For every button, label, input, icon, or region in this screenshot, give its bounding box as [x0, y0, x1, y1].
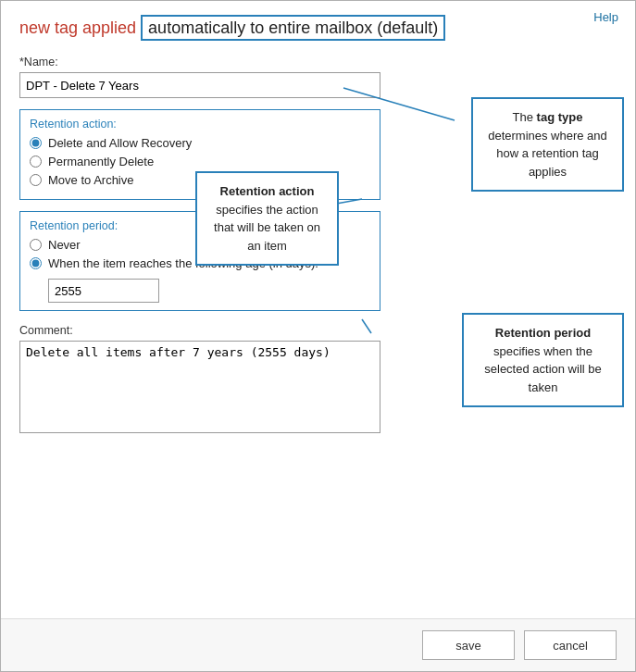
dialog-header: new tag applied automatically to entire …: [1, 1, 635, 46]
retention-action-tooltip-text: Retention action specifies the action th…: [214, 184, 320, 253]
dialog-footer: save cancel: [1, 618, 635, 671]
retention-action-option-0: Delete and Allow Recovery: [30, 136, 370, 150]
retention-action-radio-0[interactable]: [30, 137, 42, 149]
name-input[interactable]: [19, 72, 380, 98]
save-button[interactable]: save: [422, 630, 515, 660]
name-label: *Name:: [19, 56, 617, 68]
retention-period-radio-age[interactable]: [30, 257, 42, 269]
retention-action-label-1: Permanently Delete: [48, 155, 154, 168]
retention-period-tooltip-text: Retention period specifies when the sele…: [484, 326, 601, 394]
help-link[interactable]: Help: [593, 10, 618, 24]
dialog: Help new tag applied automatically to en…: [0, 0, 636, 672]
retention-period-radio-never[interactable]: [30, 239, 42, 251]
retention-action-option-1: Permanently Delete: [30, 155, 370, 168]
retention-period-tooltip: Retention period specifies when the sele…: [462, 313, 624, 407]
tag-type-tooltip: The tag type determines where and how a …: [471, 97, 624, 192]
retention-action-title: Retention action:: [30, 118, 370, 131]
retention-action-tooltip: Retention action specifies the action th…: [195, 171, 339, 266]
retention-action-label-2: Move to Archive: [48, 173, 134, 187]
cancel-button[interactable]: cancel: [524, 630, 617, 660]
retention-period-age-input[interactable]: [48, 279, 159, 303]
retention-action-label-0: Delete and Allow Recovery: [48, 136, 192, 150]
tag-type-tooltip-text: The tag type determines where and how a …: [488, 110, 607, 179]
retention-action-radio-1[interactable]: [30, 156, 42, 168]
comment-textarea[interactable]: Delete all items after 7 years (2555 day…: [19, 341, 380, 433]
dialog-body: *Name: Retention action: Delete and Allo…: [1, 46, 635, 618]
retention-period-never-label: Never: [48, 238, 81, 252]
header-prefix: new tag applied: [19, 19, 141, 37]
retention-action-radio-2[interactable]: [30, 174, 42, 186]
header-highlight: automatically to entire mailbox (default…: [141, 15, 445, 41]
